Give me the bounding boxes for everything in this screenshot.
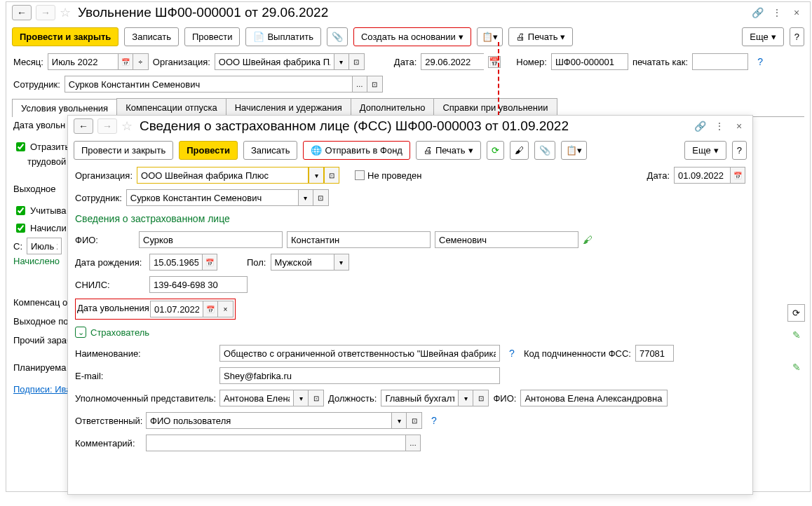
attach-button[interactable]: 📎 [327,27,348,46]
stepper-icon[interactable]: ÷ [133,53,149,70]
calendar-icon[interactable]: 📅 [118,53,133,70]
brush-icon[interactable]: 🖌 [510,141,529,160]
edit-icon[interactable]: 🖌 [583,234,593,245]
write-button[interactable]: Записать [243,141,298,160]
month-input[interactable] [48,53,118,70]
section-insured: Сведения о застрахованном лице [68,209,752,228]
patronymic-input[interactable] [435,231,578,248]
help-button[interactable]: ? [790,27,804,46]
kebab-icon[interactable]: ⋮ [769,5,785,20]
org-input[interactable] [137,167,309,184]
chevron-down-icon[interactable]: ▾ [458,390,473,406]
consider-checkbox[interactable] [16,206,25,215]
dismissal-date-input[interactable] [150,301,203,317]
create-based-button[interactable]: Создать на основании ▾ [353,27,471,46]
attach-button[interactable]: 📎 [534,141,555,160]
comment-input[interactable] [146,435,405,451]
write-button[interactable]: Записать [124,27,179,46]
tab-compensation[interactable]: Компенсации отпуска [116,98,226,116]
date-input[interactable] [674,167,730,184]
employee-input[interactable] [65,76,352,93]
chevron-down-icon[interactable]: ▾ [293,390,309,406]
open-icon[interactable]: ⊡ [473,390,489,406]
employee-input[interactable] [126,189,298,206]
open-icon[interactable]: ⊡ [407,412,422,429]
position-input[interactable] [381,390,458,406]
tabs: Условия увольнения Компенсации отпуска Н… [12,98,804,117]
pay-button[interactable]: 📄Выплатить [245,27,321,46]
link-icon[interactable]: 🔗 [692,118,708,134]
select-icon[interactable]: … [405,435,421,451]
surname-input[interactable] [139,231,283,248]
section-insurer[interactable]: ⌄Страхователь [68,322,752,342]
open-icon[interactable]: ⊡ [313,189,329,206]
accrue-checkbox[interactable] [16,224,25,233]
from-label: С: [13,241,22,252]
calendar-icon[interactable]: 📅 [202,254,217,271]
tab-additional[interactable]: Дополнительно [351,98,435,116]
post-button[interactable]: Провести [184,27,241,46]
edit-icon[interactable]: ✎ [792,329,801,341]
post-button[interactable]: Провести [179,141,238,160]
post-and-close-button[interactable]: Провести и закрыть [74,141,173,160]
refresh-button[interactable]: ⟳ [787,304,805,322]
email-input[interactable] [219,367,500,384]
rep-input[interactable] [219,390,293,406]
favorite-icon[interactable]: ☆ [121,118,133,134]
send-to-fund-button[interactable]: 🌐Отправить в Фонд [303,141,410,160]
chevron-down-icon[interactable]: ▾ [391,412,407,429]
more-button[interactable]: Еще ▾ [684,141,726,160]
forward-button[interactable]: → [97,118,117,134]
help-icon[interactable]: ? [426,413,442,428]
chevron-down-icon[interactable]: ▾ [309,167,324,184]
rep-label: Уполномоченный представитель: [75,393,215,404]
calendar-icon[interactable]: 📅 [203,301,218,317]
help-button[interactable]: ? [732,141,747,160]
select-icon[interactable]: … [352,76,367,93]
chevron-down-icon[interactable]: ▾ [298,189,313,206]
calendar-icon[interactable]: 📅 [730,167,745,184]
name-input[interactable] [287,231,431,248]
snils-label: СНИЛС: [75,280,145,290]
ins-name-input[interactable] [219,345,500,362]
tab-accruals[interactable]: Начисления и удержания [226,98,351,116]
forward-button[interactable]: → [36,5,55,20]
sex-input[interactable] [271,254,334,271]
fio2-input[interactable] [520,390,668,406]
close-icon[interactable]: × [731,118,747,134]
open-icon[interactable]: ⊡ [367,76,383,93]
refresh-button[interactable]: ⟳ [487,141,504,160]
email-label: E-mail: [75,371,215,381]
print-as-input[interactable] [692,53,748,70]
open-icon[interactable]: ⊡ [309,390,324,406]
open-icon[interactable]: ⊡ [349,53,365,70]
help-icon[interactable]: ? [752,54,768,69]
responsible-input[interactable] [146,412,391,429]
back-button[interactable]: ← [74,118,93,134]
snils-input[interactable] [149,276,248,293]
dob-input[interactable] [149,254,202,271]
clear-icon[interactable]: × [218,301,234,317]
reflect-checkbox[interactable] [16,142,25,151]
back-button[interactable]: ← [12,5,32,20]
chevron-down-icon[interactable]: ▾ [334,53,349,70]
post-and-close-button[interactable]: Провести и закрыть [12,27,119,46]
date-input[interactable] [421,53,484,70]
paste-button[interactable]: 📋▾ [561,141,587,160]
date-label: Дата: [647,170,670,181]
chevron-down-icon[interactable]: ▾ [334,254,349,271]
link-icon[interactable]: 🔗 [750,5,765,20]
help-icon[interactable]: ? [504,346,520,361]
print-button[interactable]: 🖨 Печать ▾ [416,141,481,160]
kebab-icon[interactable]: ⋮ [712,118,727,134]
number-input[interactable] [551,53,628,70]
open-icon[interactable]: ⊡ [324,167,339,184]
fss-code-input[interactable] [635,345,674,362]
org-input[interactable] [215,53,334,70]
close-icon[interactable]: × [789,5,804,20]
edit-icon[interactable]: ✎ [792,362,801,373]
print-button[interactable]: 🖨 Печать ▾ [508,27,574,46]
favorite-icon[interactable]: ☆ [60,5,71,20]
from-input[interactable] [27,238,62,254]
more-button[interactable]: Еще ▾ [742,27,783,46]
